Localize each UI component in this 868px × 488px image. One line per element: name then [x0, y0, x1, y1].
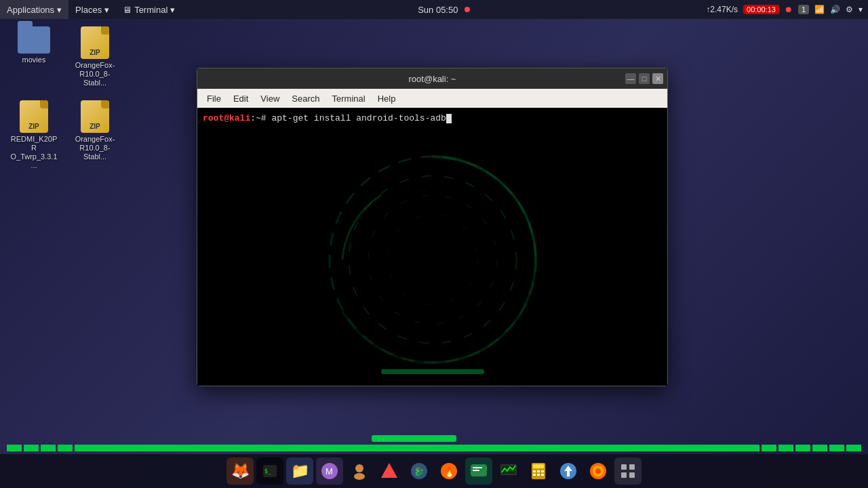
ind-block-1 — [7, 445, 22, 451]
applications-label: Applications — [7, 5, 54, 15]
svg-rect-28 — [541, 474, 544, 476]
taskbar-app5[interactable] — [346, 458, 373, 485]
volume-icon: 🔊 — [830, 5, 840, 14]
prompt-path: :~# — [250, 113, 271, 123]
taskbar-calculator[interactable] — [525, 458, 552, 485]
terminal-window: root@kali: ~ — □ ✕ File Edit View Search… — [197, 68, 668, 386]
settings-icon: ⚙ — [846, 5, 853, 14]
redmi-label: REDMI_K20PRO_Twrp_3.3.1... — [9, 135, 58, 171]
taskbar-browser2[interactable] — [585, 458, 612, 485]
screen-record-icon: ⏺ — [785, 5, 793, 14]
recording-dot — [465, 7, 470, 12]
prompt-user: root@kali — [203, 113, 250, 123]
ind-block-9 — [829, 445, 844, 451]
svg-rect-24 — [537, 470, 540, 472]
svg-rect-26 — [533, 474, 536, 476]
svg-rect-36 — [621, 472, 627, 478]
desktop-icon-orangefox1[interactable]: ZIP OrangeFox-R10.0_8-Stabl... — [68, 24, 122, 91]
terminal-titlebar: root@kali: ~ — □ ✕ — [197, 68, 667, 89]
svg-rect-35 — [629, 464, 635, 470]
taskbar-monitor[interactable] — [495, 458, 522, 485]
svg-rect-17 — [473, 467, 482, 468]
terminal-title: root@kali: ~ — [197, 74, 667, 84]
svg-rect-4 — [381, 369, 484, 375]
indicator-bar — [0, 442, 868, 454]
icon-row-2: ZIP REDMI_K20PRO_Twrp_3.3.1... ZIP Orang… — [7, 98, 122, 174]
minimize-button[interactable]: — — [625, 73, 636, 84]
taskbar-burp[interactable]: 🔥 — [435, 458, 462, 485]
taskbar-terminal[interactable]: $_ — [256, 458, 283, 485]
terminal-menu[interactable]: 🖥 Terminal ▾ — [116, 0, 182, 19]
taskbar-upload[interactable] — [555, 458, 582, 485]
taskbar-files[interactable]: 📁 — [286, 458, 313, 485]
desktop-icons: movies ZIP OrangeFox-R10.0_8-Stabl... ZI… — [7, 24, 122, 173]
kbd-badge: 1 — [798, 5, 809, 14]
menu-edit[interactable]: Edit — [228, 92, 254, 105]
menu-search[interactable]: Search — [286, 92, 325, 105]
ind-block-6 — [778, 445, 793, 451]
svg-text:$_: $_ — [264, 468, 271, 474]
desktop-icon-orangefox2[interactable]: ZIP OrangeFox-R10.0_8-Stabl... — [68, 98, 122, 174]
green-bar — [372, 435, 456, 442]
svg-marker-11 — [381, 463, 397, 478]
desktop-icon-movies[interactable]: movies — [7, 24, 61, 91]
taskbar-firefox[interactable]: 🦊 — [226, 458, 254, 485]
orangefox1-label: OrangeFox-R10.0_8-Stabl... — [71, 61, 119, 88]
svg-text:🔥: 🔥 — [443, 466, 456, 478]
maximize-button[interactable]: □ — [639, 73, 650, 84]
taskbar-chat[interactable] — [465, 458, 492, 485]
svg-point-3 — [387, 215, 477, 305]
taskbar-app6[interactable] — [376, 458, 403, 485]
taskbar-app7[interactable]: 🐉 — [406, 458, 433, 485]
menu-help[interactable]: Help — [372, 92, 401, 105]
svg-text:🐉: 🐉 — [414, 466, 424, 476]
zip-label-2: ZIP — [28, 123, 39, 130]
ind-block-2 — [24, 445, 39, 451]
movies-label: movies — [22, 56, 46, 64]
svg-rect-37 — [629, 472, 635, 478]
places-label: Places — [75, 5, 102, 15]
prompt-command: apt-get install android-tools-adb — [271, 113, 446, 123]
menu-view[interactable]: View — [255, 92, 285, 105]
svg-rect-23 — [533, 470, 536, 472]
cursor — [446, 114, 452, 123]
menu-terminal[interactable]: Terminal — [327, 92, 371, 105]
icon-row-1: movies ZIP OrangeFox-R10.0_8-Stabl... — [7, 24, 122, 91]
desktop-icon-redmi[interactable]: ZIP REDMI_K20PRO_Twrp_3.3.1... — [7, 98, 61, 174]
svg-rect-27 — [537, 474, 540, 476]
zip-icon-1: ZIP — [81, 26, 109, 59]
kali-dragon-decoration — [304, 131, 561, 386]
timer-badge: 00:00:13 — [743, 5, 779, 14]
terminal-body[interactable]: root@kali :~# apt-get install android-to… — [197, 108, 667, 386]
taskbar: 🦊 $_ 📁 M 🐉 🔥 — [0, 454, 868, 488]
zip-icon-2: ZIP — [20, 100, 48, 133]
zip-label-3: ZIP — [90, 123, 100, 130]
terminal-icon: 🖥 — [123, 5, 132, 15]
terminal-arrow: ▾ — [170, 5, 175, 15]
network-speed: ↑2.47K/s — [706, 5, 738, 14]
ind-bar-main — [75, 445, 760, 451]
places-menu[interactable]: Places ▾ — [68, 0, 116, 19]
ind-block-8 — [812, 445, 827, 451]
svg-rect-22 — [533, 464, 544, 468]
ind-block-7 — [795, 445, 810, 451]
svg-rect-25 — [541, 470, 544, 472]
desktop: Applications ▾ Places ▾ 🖥 Terminal ▾ Sun… — [0, 0, 868, 488]
ind-block-5 — [762, 445, 776, 451]
wifi-icon: 📶 — [814, 5, 825, 14]
taskbar-grid[interactable] — [614, 458, 642, 485]
datetime: Sun 05:50 — [418, 5, 458, 15]
close-button[interactable]: ✕ — [652, 73, 663, 84]
terminal-controls: — □ ✕ — [625, 73, 663, 84]
svg-point-33 — [595, 468, 601, 474]
applications-menu[interactable]: Applications ▾ — [0, 0, 68, 19]
taskbar-mousepad[interactable]: M — [316, 458, 343, 485]
terminal-prompt: root@kali :~# apt-get install android-to… — [203, 113, 662, 123]
places-arrow: ▾ — [104, 5, 109, 15]
menu-file[interactable]: File — [201, 92, 226, 105]
svg-point-9 — [355, 464, 363, 472]
terminal-menubar: File Edit View Search Terminal Help — [197, 89, 667, 108]
ind-block-4 — [58, 445, 73, 451]
ind-block-3 — [41, 445, 56, 451]
svg-rect-34 — [621, 464, 627, 470]
